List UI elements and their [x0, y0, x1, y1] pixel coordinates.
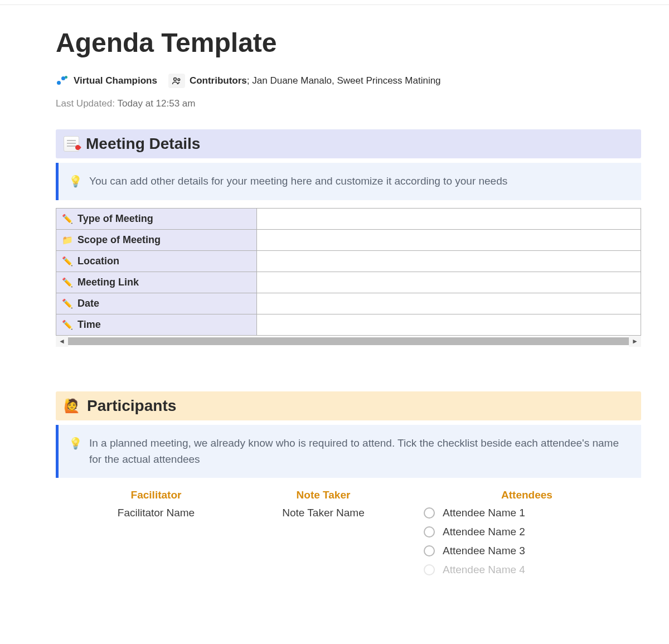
meeting-details-title: Meeting Details: [86, 135, 200, 153]
meta-row: Virtual Champions Contributors; Jan Duan…: [56, 74, 641, 88]
scroll-right-arrow[interactable]: ►: [629, 336, 641, 347]
detail-label-cell: ✏️Location: [56, 251, 257, 272]
facilitator-column: Facilitator Facilitator Name: [89, 489, 223, 583]
svg-point-1: [178, 79, 180, 81]
table-row: ✏️Meeting Link: [56, 272, 641, 293]
detail-label: Scope of Meeting: [77, 234, 161, 246]
svg-point-0: [173, 78, 176, 81]
scroll-left-arrow[interactable]: ◄: [56, 336, 68, 347]
organization-name: Virtual Champions: [74, 75, 157, 86]
note-taker-name[interactable]: Note Taker Name: [245, 507, 401, 519]
meeting-details-callout: 💡 You can add other details for your mee…: [56, 163, 641, 200]
table-row: ✏️Date: [56, 293, 641, 314]
attendees-label: Attendees: [424, 489, 630, 501]
note-taker-column: Note Taker Note Taker Name: [245, 489, 401, 583]
attendee-name[interactable]: Attendee Name 2: [443, 526, 525, 538]
attendee-list: Attendee Name 1Attendee Name 2Attendee N…: [424, 507, 630, 576]
facilitator-label: Facilitator: [89, 489, 223, 501]
detail-value-cell[interactable]: [257, 230, 641, 251]
note-taker-label: Note Taker: [245, 489, 401, 501]
attendee-name[interactable]: Attendee Name 4: [443, 564, 525, 576]
meeting-details-header: Meeting Details: [56, 129, 641, 158]
participants-section: 🙋 Participants 💡 In a planned meeting, w…: [56, 391, 641, 583]
detail-label: Time: [77, 319, 101, 331]
meeting-details-callout-text: You can add other details for your meeti…: [89, 173, 507, 189]
table-row: ✏️Type of Meeting: [56, 209, 641, 230]
table-row: 📁Scope of Meeting: [56, 230, 641, 251]
detail-value-cell[interactable]: [257, 293, 641, 314]
attendee-item: Attendee Name 1: [424, 507, 630, 519]
attendees-column: Attendees Attendee Name 1Attendee Name 2…: [424, 489, 630, 583]
detail-label-cell: ✏️Time: [56, 314, 257, 336]
attendee-checkbox[interactable]: [424, 545, 435, 556]
contributors-tag[interactable]: Contributors; Jan Duane Manalo, Sweet Pr…: [168, 74, 441, 88]
contributors-label: Contributors: [190, 75, 247, 86]
attendee-checkbox[interactable]: [424, 526, 435, 538]
participants-title: Participants: [87, 397, 176, 415]
attendee-item: Attendee Name 2: [424, 526, 630, 538]
organization-tag[interactable]: Virtual Champions: [56, 74, 157, 88]
participants-header: 🙋 Participants: [56, 391, 641, 420]
horizontal-scrollbar[interactable]: ◄ ►: [56, 336, 641, 347]
organization-icon: [56, 74, 69, 88]
meeting-details-section: Meeting Details 💡 You can add other deta…: [56, 129, 641, 347]
folder-icon: 📁: [62, 235, 73, 245]
detail-label: Type of Meeting: [77, 213, 153, 225]
participants-grid: Facilitator Facilitator Name Note Taker …: [56, 489, 641, 583]
attendee-name[interactable]: Attendee Name 1: [443, 507, 525, 519]
attendee-checkbox[interactable]: [424, 507, 435, 519]
detail-label-cell: ✏️Type of Meeting: [56, 209, 257, 230]
last-updated-value: Today at 12:53 am: [118, 98, 196, 109]
pencil-icon: ✏️: [62, 319, 73, 330]
last-updated-label: Last Updated:: [56, 98, 115, 109]
table-row: ✏️Time: [56, 314, 641, 336]
facilitator-name[interactable]: Facilitator Name: [89, 507, 223, 519]
detail-label: Date: [77, 298, 99, 309]
attendee-item: Attendee Name 4: [424, 564, 630, 576]
attendee-item: Attendee Name 3: [424, 545, 630, 557]
lightbulb-icon: 💡: [69, 435, 83, 452]
detail-value-cell[interactable]: [257, 272, 641, 293]
pencil-icon: ✏️: [62, 298, 73, 309]
participants-callout-text: In a planned meeting, we already know wh…: [89, 435, 632, 468]
contributors-names: Jan Duane Manalo, Sweet Princess Matinin…: [252, 75, 440, 86]
page-title: Agenda Template: [56, 27, 641, 58]
detail-value-cell[interactable]: [257, 314, 641, 336]
pencil-icon: ✏️: [62, 277, 73, 288]
attendee-checkbox[interactable]: [424, 564, 435, 575]
pencil-icon: ✏️: [62, 214, 73, 224]
attendee-name[interactable]: Attendee Name 3: [443, 545, 525, 557]
lightbulb-icon: 💡: [69, 173, 83, 190]
detail-label-cell: ✏️Date: [56, 293, 257, 314]
notepad-icon: [64, 136, 79, 152]
meeting-details-table: ✏️Type of Meeting📁Scope of Meeting✏️Loca…: [56, 208, 641, 336]
pencil-icon: ✏️: [62, 256, 73, 267]
participants-callout: 💡 In a planned meeting, we already know …: [56, 425, 641, 478]
detail-label: Meeting Link: [77, 277, 139, 288]
detail-label-cell: ✏️Meeting Link: [56, 272, 257, 293]
contributors-icon: [168, 74, 185, 88]
last-updated: Last Updated: Today at 12:53 am: [56, 98, 641, 109]
detail-label: Location: [77, 255, 119, 267]
detail-value-cell[interactable]: [257, 209, 641, 230]
detail-value-cell[interactable]: [257, 251, 641, 272]
table-row: ✏️Location: [56, 251, 641, 272]
detail-label-cell: 📁Scope of Meeting: [56, 230, 257, 251]
scroll-track[interactable]: [68, 337, 629, 345]
page-container: Agenda Template Virtual Champions Contri…: [0, 4, 669, 583]
raising-hand-icon: 🙋: [64, 398, 80, 414]
